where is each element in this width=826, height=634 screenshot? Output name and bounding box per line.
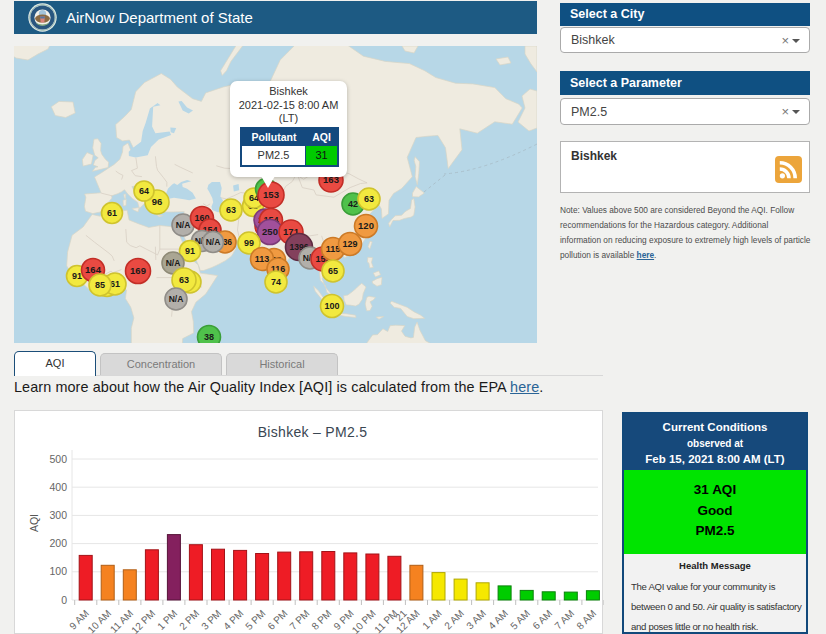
svg-text:5 AM: 5 AM [508,608,532,632]
svg-text:8 AM: 8 AM [574,608,598,632]
svg-text:99: 99 [244,238,254,248]
svg-text:65: 65 [328,266,338,276]
svg-text:5 PM: 5 PM [243,608,267,632]
svg-text:113: 113 [255,254,270,264]
svg-text:200: 200 [49,537,67,549]
svg-text:AQI: AQI [28,514,40,532]
svg-text:100: 100 [49,565,67,577]
svg-text:4 AM: 4 AM [486,608,510,632]
svg-text:N/A: N/A [206,237,221,247]
svg-text:0: 0 [61,594,67,606]
svg-text:85: 85 [95,280,105,290]
svg-text:10 AM: 10 AM [85,608,113,634]
svg-text:1 AM: 1 AM [420,608,444,632]
svg-text:63: 63 [226,205,236,215]
svg-text:N/A: N/A [169,294,184,304]
svg-text:300: 300 [49,509,67,521]
svg-text:63: 63 [364,194,374,204]
svg-text:6 PM: 6 PM [265,608,289,632]
svg-text:8 PM: 8 PM [309,608,333,632]
svg-text:N/A: N/A [166,258,181,268]
svg-text:42: 42 [348,199,358,209]
svg-text:38: 38 [204,332,214,342]
svg-text:6 AM: 6 AM [530,608,554,632]
svg-text:2 AM: 2 AM [442,608,466,632]
svg-text:61: 61 [107,208,117,218]
svg-text:2 PM: 2 PM [177,608,201,632]
svg-text:169: 169 [130,265,146,276]
svg-text:120: 120 [358,220,374,231]
svg-text:7 AM: 7 AM [552,608,576,632]
svg-text:7 PM: 7 PM [287,608,311,632]
svg-text:100: 100 [324,301,339,311]
svg-text:3 PM: 3 PM [199,608,223,632]
svg-text:1 PM: 1 PM [155,608,179,632]
svg-text:91: 91 [72,271,82,281]
svg-text:74: 74 [271,277,281,287]
svg-text:500: 500 [49,453,67,465]
svg-text:129: 129 [342,239,357,249]
svg-text:N/A: N/A [176,220,191,230]
svg-text:64: 64 [139,186,149,196]
svg-text:91: 91 [185,246,195,256]
svg-text:63: 63 [179,275,189,285]
svg-text:400: 400 [49,481,67,493]
svg-text:4 PM: 4 PM [221,608,245,632]
svg-text:250: 250 [262,226,278,237]
svg-text:153: 153 [263,189,279,200]
svg-text:96: 96 [152,196,163,207]
svg-text:3 AM: 3 AM [464,608,488,632]
svg-text:12 PM: 12 PM [129,608,157,634]
